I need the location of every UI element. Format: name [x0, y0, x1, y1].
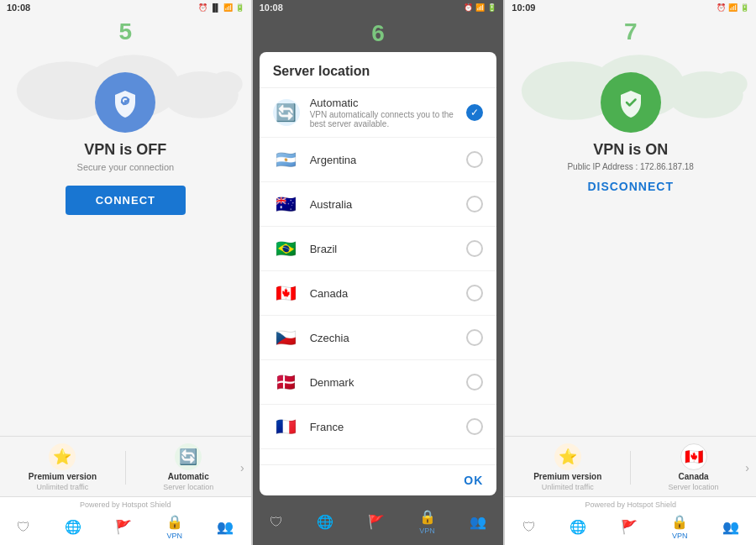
- location-name-czechia: Czechia: [310, 332, 467, 344]
- location-action-3[interactable]: 🇨🇦 Canada Server location ›: [631, 443, 756, 491]
- premium-action-3[interactable]: ⭐ Premium version Unlimited traffic: [505, 443, 630, 491]
- bottom-actions-3: ⭐ Premium version Unlimited traffic 🇨🇦 C…: [505, 436, 756, 496]
- location-action-1[interactable]: 🔄 Automatic Server location ›: [126, 443, 251, 491]
- action2-label-3: Canada: [679, 472, 709, 481]
- flag-france: 🇫🇷: [273, 413, 300, 440]
- bottom-bar-1: Powered by Hotspot Shield 🛡 🌐 🚩 🔒 VPN 👥: [0, 496, 251, 545]
- location-czechia[interactable]: 🇨🇿 Czechia: [260, 316, 497, 360]
- action1-label-1: Premium version: [29, 472, 97, 481]
- location-info-australia: Australia: [310, 198, 467, 211]
- radio-france: [466, 418, 483, 435]
- radio-argentina: [466, 151, 483, 168]
- vpn-nav-label-1: VPN: [167, 532, 183, 540]
- location-australia[interactable]: 🇦🇺 Australia: [260, 182, 497, 227]
- battery-icon-1: 🔋: [235, 3, 244, 12]
- action2-sub-1: Server location: [163, 483, 213, 491]
- flag-brazil: 🇧🇷: [273, 235, 300, 262]
- nav-group-2[interactable]: 👥: [470, 514, 486, 530]
- star-icon-3: ⭐: [554, 443, 581, 470]
- radio-czechia: [466, 329, 483, 346]
- battery-icon-2: 🔋: [487, 3, 496, 12]
- group-nav-icon-3: 👥: [722, 519, 739, 535]
- radio-automatic: ✓: [466, 104, 483, 121]
- location-name-brazil: Brazil: [310, 243, 467, 255]
- powered-by-1: Powered by Hotspot Shield: [0, 497, 251, 511]
- chevron-icon-3: ›: [745, 461, 749, 474]
- nav-vpn-2[interactable]: 🔒 VPN: [419, 509, 436, 535]
- signal-icon-2: 📶: [475, 3, 485, 12]
- nav-shield-2[interactable]: 🛡: [270, 515, 283, 530]
- ip-address: Public IP Address : 172.86.187.18: [505, 162, 756, 171]
- radio-denmark: [466, 374, 483, 390]
- nav-globe-3[interactable]: 🌐: [570, 519, 586, 535]
- group-nav-icon-1: 👥: [217, 519, 234, 535]
- dialog-actions: OK: [260, 464, 497, 495]
- signal-icon-1: ▐▌: [210, 3, 221, 12]
- flag-canada: 🇨🇦: [273, 280, 300, 307]
- status-bar-2: 10:08 ⏰ 📶 🔋: [253, 0, 504, 15]
- connect-button[interactable]: CONNECT: [66, 186, 186, 215]
- nav-shield-1[interactable]: 🛡: [17, 520, 30, 535]
- bottom-nav-2-container: 🛡 🌐 🚩 🔒 VPN 👥: [253, 502, 504, 545]
- location-denmark[interactable]: 🇩🇰 Denmark: [260, 360, 497, 405]
- premium-action-1[interactable]: ⭐ Premium version Unlimited traffic: [0, 443, 125, 491]
- vpn-nav-label-2: VPN: [419, 527, 435, 535]
- step-number-1: 5: [0, 15, 251, 47]
- location-automatic[interactable]: 🔄 Automatic VPN automatically connects y…: [260, 88, 497, 138]
- nav-vpn-3[interactable]: 🔒 VPN: [671, 514, 688, 540]
- refresh-icon-1: 🔄: [175, 443, 202, 470]
- nav-group-1[interactable]: 👥: [217, 519, 234, 535]
- flag-nav-icon-1: 🚩: [115, 519, 132, 535]
- action2-label-1: Automatic: [168, 472, 209, 481]
- vpn-nav-label-3: VPN: [672, 532, 688, 540]
- vpn-nav-icon-1: 🔒: [166, 514, 183, 530]
- flag-australia: 🇦🇺: [273, 191, 300, 217]
- location-brazil[interactable]: 🇧🇷 Brazil: [260, 227, 497, 271]
- status-bar-3: 10:09 ⏰ 📶 🔋: [505, 0, 756, 15]
- flag-czechia: 🇨🇿: [273, 324, 300, 351]
- vpn-status-on: VPN is ON: [505, 141, 756, 159]
- location-canada[interactable]: 🇨🇦 Canada: [260, 271, 497, 316]
- nav-shield-3[interactable]: 🛡: [522, 520, 536, 535]
- action1-sub-1: Unlimited traffic: [36, 483, 88, 491]
- action2-sub-3: Server location: [669, 483, 719, 491]
- flag-denmark: 🇩🇰: [273, 369, 300, 396]
- bottom-nav-1: 🛡 🌐 🚩 🔒 VPN 👥: [0, 511, 251, 545]
- location-argentina[interactable]: 🇦🇷 Argentina: [260, 138, 497, 182]
- alarm-icon-1: ⏰: [198, 3, 207, 12]
- shield-nav-icon-3: 🛡: [522, 520, 536, 535]
- nav-group-3[interactable]: 👥: [722, 519, 739, 535]
- location-france[interactable]: 🇫🇷 France: [260, 405, 497, 449]
- flag-argentina: 🇦🇷: [273, 146, 300, 173]
- location-info-denmark: Denmark: [310, 376, 467, 389]
- radio-canada: [466, 285, 483, 301]
- ok-button[interactable]: OK: [464, 474, 483, 487]
- bottom-actions-1: ⭐ Premium version Unlimited traffic 🔄 Au…: [0, 436, 251, 496]
- alarm-icon-3: ⏰: [717, 3, 726, 12]
- step-number-3: 7: [505, 15, 756, 47]
- nav-flag-3[interactable]: 🚩: [621, 519, 638, 535]
- bottom-nav-3: 🛡 🌐 🚩 🔒 VPN 👥: [505, 511, 756, 545]
- action1-sub-3: Unlimited traffic: [542, 483, 594, 491]
- location-desc-automatic: VPN automatically connects you to the be…: [310, 110, 467, 128]
- location-info-canada: Canada: [310, 287, 467, 300]
- location-name-denmark: Denmark: [310, 376, 467, 389]
- vpn-nav-icon-3: 🔒: [671, 514, 688, 530]
- status-icons-1: ⏰ ▐▌ 📶 🔋: [198, 3, 244, 12]
- canada-flag-icon: 🇨🇦: [680, 443, 707, 470]
- nav-flag-2[interactable]: 🚩: [368, 514, 385, 530]
- disconnect-button[interactable]: DISCONNECT: [587, 180, 674, 193]
- nav-globe-2[interactable]: 🌐: [317, 514, 333, 530]
- nav-flag-1[interactable]: 🚩: [115, 519, 132, 535]
- nav-vpn-1[interactable]: 🔒 VPN: [166, 514, 183, 540]
- panel-1: 10:08 ⏰ ▐▌ 📶 🔋 5 VPN is OFF Secure your …: [0, 0, 251, 545]
- globe-nav-icon-2: 🌐: [317, 514, 333, 530]
- wifi-icon-1: 📶: [223, 3, 233, 12]
- location-name-australia: Australia: [310, 198, 467, 211]
- location-name-canada: Canada: [310, 287, 467, 300]
- status-icons-2: ⏰ 📶 🔋: [464, 3, 496, 12]
- time-2: 10:08: [260, 3, 283, 13]
- shield-icon-off: [95, 72, 155, 133]
- nav-globe-1[interactable]: 🌐: [65, 519, 81, 535]
- alarm-icon-2: ⏰: [464, 3, 473, 12]
